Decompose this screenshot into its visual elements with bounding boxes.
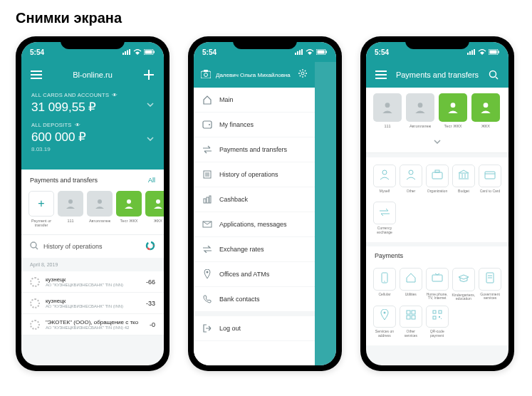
menu-icon[interactable] bbox=[30, 68, 43, 81]
payments-grid: Cellular Utilities Home phone, TV, Inter… bbox=[366, 261, 508, 345]
cell-utilities[interactable]: Utilities bbox=[400, 268, 422, 302]
cell-budget[interactable]: Budget bbox=[452, 165, 475, 198]
notch bbox=[233, 36, 297, 49]
camera-icon[interactable] bbox=[201, 68, 211, 81]
cell-services-address[interactable]: Services on address bbox=[373, 306, 396, 339]
wifi-icon bbox=[306, 48, 314, 56]
cell-currency[interactable]: Currency exchange bbox=[373, 202, 396, 235]
menu-finances[interactable]: My finances bbox=[194, 113, 315, 137]
page-heading: Снимки экрана bbox=[16, 10, 516, 26]
svg-rect-5 bbox=[145, 50, 152, 53]
cards-amount: 31 099,55 ₽ bbox=[31, 100, 154, 115]
signal-icon bbox=[467, 48, 476, 56]
screen-1: 5:54 Bl-online.ru ALL CARDS AND ACCOUNTS… bbox=[21, 42, 164, 365]
svg-point-65 bbox=[384, 281, 385, 281]
cell-organization[interactable]: Organization bbox=[426, 165, 449, 198]
all-link[interactable]: All bbox=[148, 177, 155, 184]
svg-rect-1 bbox=[125, 51, 126, 55]
menu-main[interactable]: Main bbox=[194, 88, 315, 113]
cell-education[interactable]: Kindergartens, education bbox=[452, 268, 476, 302]
expand-toggle[interactable] bbox=[366, 131, 508, 153]
svg-rect-3 bbox=[129, 49, 130, 55]
tile-111[interactable]: 111 bbox=[373, 93, 402, 128]
menu-logout[interactable]: Log out bbox=[194, 316, 315, 341]
cards-label: ALL CARDS AND ACCOUNTS 👁 bbox=[31, 92, 154, 98]
grid-icon bbox=[406, 310, 416, 323]
operation-row[interactable]: "ЭКОТЕК" (ООО), обращение с ткоАО "КУЗНЕ… bbox=[21, 314, 164, 335]
phone-1: 5:54 Bl-online.ru ALL CARDS AND ACCOUNTS… bbox=[16, 36, 169, 371]
cell-homephone[interactable]: Home phone, TV, Internet bbox=[426, 268, 449, 302]
svg-point-41 bbox=[207, 271, 209, 273]
svg-rect-22 bbox=[299, 50, 301, 55]
pt-section-head: Payments and transfers All bbox=[21, 170, 164, 191]
svg-point-32 bbox=[209, 124, 210, 125]
svg-rect-51 bbox=[375, 78, 387, 79]
svg-rect-60 bbox=[432, 172, 442, 179]
tile-autopay[interactable]: Автоплатеж bbox=[87, 191, 113, 227]
favorite-tiles: 111 Автоплатеж Тест ЖКХ ЖКХ bbox=[366, 88, 508, 131]
svg-point-16 bbox=[31, 242, 36, 248]
add-icon[interactable] bbox=[142, 68, 155, 81]
menu-offices[interactable]: Offices and ATMs bbox=[194, 262, 315, 287]
tile-jkh[interactable]: ЖКХ bbox=[145, 191, 164, 227]
tile-autopay[interactable]: Автоплатеж bbox=[406, 93, 434, 128]
chart-ring-icon[interactable] bbox=[145, 241, 155, 252]
svg-rect-74 bbox=[412, 311, 415, 314]
eye-icon: 👁 bbox=[75, 122, 80, 128]
cards-block[interactable]: ALL CARDS AND ACCOUNTS 👁 31 099,55 ₽ bbox=[31, 92, 154, 115]
svg-rect-26 bbox=[326, 51, 328, 53]
tv-icon bbox=[432, 273, 443, 286]
person-icon bbox=[116, 191, 142, 217]
svg-rect-27 bbox=[201, 71, 211, 78]
menu-contacts[interactable]: Bank contacts bbox=[194, 287, 315, 312]
menu-payments[interactable]: Payments and transfers bbox=[194, 137, 315, 162]
wallet-icon bbox=[202, 120, 212, 130]
cell-cellular[interactable]: Cellular bbox=[373, 268, 396, 302]
plus-icon: + bbox=[28, 191, 54, 217]
cell-government[interactable]: Government services bbox=[479, 268, 501, 302]
deposits-block[interactable]: ALL DEPOSITS 👁 600 000 ₽ 8.03.19 bbox=[31, 122, 154, 152]
tile-jkh[interactable]: ЖКХ bbox=[471, 93, 500, 128]
svg-line-53 bbox=[496, 77, 498, 79]
menu-history[interactable]: History of operations bbox=[194, 162, 315, 187]
payments-title: Payments bbox=[366, 246, 508, 261]
menu-rates[interactable]: Exchange rates bbox=[194, 237, 315, 262]
history-bar[interactable]: History of operations bbox=[21, 234, 164, 258]
cell-other-services[interactable]: Other services bbox=[400, 306, 422, 339]
pt-section-title: Payments and transfers bbox=[30, 177, 98, 184]
svg-rect-81 bbox=[441, 318, 442, 319]
settings-icon[interactable] bbox=[298, 68, 308, 81]
header-title: Payments and transfers bbox=[387, 71, 487, 79]
svg-rect-9 bbox=[31, 78, 42, 79]
tile-test[interactable]: Тест ЖКХ bbox=[116, 191, 142, 227]
person-icon bbox=[87, 191, 113, 217]
svg-point-59 bbox=[409, 170, 413, 174]
cell-other[interactable]: Other bbox=[400, 165, 422, 198]
phone-3: 5:54 Payments and transfers 111 Автоплат… bbox=[360, 36, 514, 371]
svg-rect-66 bbox=[432, 275, 442, 281]
cell-card2card[interactable]: Card to Card bbox=[479, 165, 501, 198]
svg-point-57 bbox=[484, 103, 489, 108]
search-icon[interactable] bbox=[487, 68, 500, 81]
svg-rect-39 bbox=[209, 196, 211, 203]
operation-row[interactable]: кузнецкАО "КУЗНЕЦКБИЗНЕСБАНК" TIN (INN)-… bbox=[21, 293, 164, 314]
notch bbox=[405, 36, 469, 49]
app-header: Bl-online.ru bbox=[21, 62, 164, 88]
cell-myself[interactable]: Myself bbox=[373, 165, 396, 198]
drawer-backdrop[interactable] bbox=[315, 62, 336, 365]
tile-test[interactable]: Тест ЖКХ bbox=[439, 93, 467, 128]
menu-icon[interactable] bbox=[375, 68, 387, 81]
date-label: April 8, 2019 bbox=[21, 258, 164, 271]
logout-icon bbox=[202, 323, 212, 333]
tile-add[interactable]: +Payment or transfer bbox=[28, 191, 54, 227]
svg-point-52 bbox=[490, 71, 496, 78]
transfer-types: Myself Other Organization Budget Card to… bbox=[366, 157, 508, 242]
menu-applications[interactable]: Applications, messages bbox=[194, 212, 315, 237]
tile-111[interactable]: 111 bbox=[58, 191, 83, 227]
svg-rect-45 bbox=[474, 49, 475, 55]
cell-qr[interactable]: QR-code payment bbox=[426, 306, 449, 339]
menu-cashback[interactable]: Cashback bbox=[194, 187, 315, 212]
person-icon bbox=[405, 169, 417, 183]
svg-point-15 bbox=[156, 199, 160, 204]
operation-row[interactable]: кузнецкАО "КУЗНЕЦКБИЗНЕСБАНК" TIN (INN)-… bbox=[21, 271, 164, 293]
